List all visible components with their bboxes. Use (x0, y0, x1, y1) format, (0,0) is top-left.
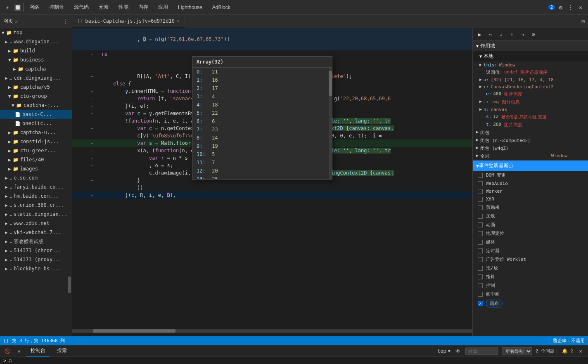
console-output[interactable]: > a ◀ (32) [21, 16, 17, 4, 18, 22, 6, 23… (0, 357, 588, 364)
closure1-arrow[interactable]: ▶ (476, 130, 479, 134)
console-tab-console[interactable]: 控制台 (26, 345, 50, 357)
local-scope-header[interactable]: ▼ 本地 (473, 51, 588, 61)
h-scrollbar[interactable] (72, 329, 472, 333)
sidebar-item-www[interactable]: ▶ ☁ www.dingxian... (0, 37, 72, 46)
elements-tab[interactable]: 元素 (95, 2, 113, 12)
sidebar-item-eso[interactable]: ▶ ☁ e.so.com (0, 173, 72, 182)
popup-scroll[interactable]: 0: 21 1: 16 2: 17 3: 4 (192, 68, 332, 179)
sidebar-item-images[interactable]: ▶ 📁 images (0, 164, 72, 173)
sidebar-item-captchaj[interactable]: ▼ 📁 captcha-j... (0, 101, 72, 110)
sidebar-item-ctugreer[interactable]: ▶ 📁 ctu-greer... (0, 146, 72, 155)
settings-icon[interactable]: ⚙ (557, 3, 565, 12)
checkbox-adauction[interactable] (478, 257, 483, 262)
n-arrow[interactable]: ▶ (479, 107, 482, 111)
checkbox-control[interactable] (478, 283, 483, 288)
sidebar-item-captcha[interactable]: ▶ 📁 captcha (0, 64, 72, 73)
checkbox-xhr[interactable] (478, 197, 483, 202)
sidebar-item-basicc[interactable]: 📄 basic-C... (0, 110, 72, 119)
deactivate-btn[interactable]: ⊘ (529, 30, 538, 39)
checkbox-dom[interactable] (478, 173, 483, 178)
close-icon[interactable]: ✕ (576, 3, 585, 12)
scope-title: 作用域 (480, 43, 495, 50)
event-header[interactable]: ▼ 事件监听器断点 (473, 161, 588, 171)
checkbox-geoloc[interactable] (478, 231, 483, 236)
tab-close-icon[interactable]: ✕ (177, 19, 180, 23)
console-tab-search[interactable]: 搜索 (53, 345, 71, 357)
level-select[interactable]: 所有级别 (502, 347, 532, 355)
context-selector[interactable]: top ▼ (437, 348, 450, 354)
sidebar-item-union360[interactable]: ▶ ☁ s.union.360.cr... (0, 201, 72, 210)
code-scroll[interactable]: - , B = n[g("72,61,6e,67,65,73")] - re -… (72, 28, 472, 336)
i-arrow[interactable]: ▶ (479, 99, 482, 104)
devtools-icon[interactable]: ⚡ (3, 3, 12, 12)
sidebar-item-captchav5[interactable]: ▶ 📁 captcha/v5 (0, 83, 72, 92)
sidebar-item-business[interactable]: ▼ 📁 business (0, 55, 72, 64)
context-dropdown-icon[interactable]: ▼ (448, 349, 450, 353)
resume-btn[interactable]: ▶ (475, 30, 484, 39)
sources-tab[interactable]: 源代码 (70, 2, 93, 12)
sidebar-item-oneclic[interactable]: 📄 oneclic... (0, 119, 72, 128)
popup-scrollbar-thumb[interactable] (329, 71, 332, 96)
checkbox-webaudio[interactable] (478, 181, 483, 186)
memory-tab[interactable]: 内存 (134, 2, 152, 12)
sidebar-item-build[interactable]: ▶ 📁 build (0, 46, 72, 55)
panel-layout-icon[interactable]: ⊞ (578, 17, 588, 26)
filter-input[interactable] (465, 347, 498, 355)
checkbox-load[interactable] (478, 214, 483, 219)
sidebar-item-cdn[interactable]: ▶ ☁ cdn.dingxiang... (0, 73, 72, 83)
sidebar-item-ykf[interactable]: ▶ ☁ ykf-webchat.7... (0, 228, 72, 237)
step-btn[interactable]: → (518, 30, 527, 39)
sidebar-item-captchau[interactable]: ▶ 📁 captcha-u... (0, 128, 72, 137)
checkbox-clipboard[interactable] (478, 205, 483, 210)
sidebar-item-files40[interactable]: ▶ 📁 files/40 (0, 155, 72, 164)
application-tab[interactable]: 应用 (154, 2, 172, 12)
performance-tab[interactable]: 性能 (114, 2, 133, 12)
lighthouse-tab[interactable]: Lighthouse (174, 3, 206, 12)
adblock-tab[interactable]: AdBlock (208, 3, 235, 12)
sidebar-item-tamper[interactable]: ▶ ☁ 篡改猴测试版 (0, 237, 72, 246)
clear-console-btn[interactable]: 🚫 (3, 347, 12, 355)
filter-icon[interactable]: ▽ (15, 347, 23, 355)
scope-retval: 返回值: undef 图片还原顺序 (473, 69, 588, 76)
more-options-icon[interactable]: ⋮ (567, 3, 575, 12)
navigator-menu-icon[interactable]: ⋮ (63, 18, 69, 25)
editor-tab[interactable]: {} basic-Captcha-js.js?v=6d972d10 ✕ (72, 15, 185, 28)
file-basicc: 📄 (15, 112, 21, 117)
checkbox-animation[interactable] (478, 222, 483, 227)
network-tab[interactable]: 网络 (25, 2, 43, 12)
step-out-btn[interactable]: ↑ (507, 30, 517, 39)
scope-header[interactable]: ▼ 作用域 (473, 41, 588, 51)
sidebar-item-ctugroup[interactable]: ▼ 📁 ctu-group (0, 92, 72, 101)
checkbox-timer[interactable] (478, 248, 483, 253)
sidebar-scrollbar[interactable] (68, 277, 71, 293)
checkbox-pip[interactable] (478, 292, 483, 297)
sidebar-item-static[interactable]: ▶ ☁ static.dingxian... (0, 210, 72, 219)
checkbox-pointer[interactable] (478, 274, 483, 279)
checkbox-worker[interactable] (478, 189, 483, 194)
step-into-btn[interactable]: ↓ (497, 30, 506, 39)
checkbox-canvas[interactable]: ✓ (478, 301, 483, 306)
device-icon[interactable]: 🔲 (13, 3, 21, 12)
console-tab[interactable]: 控制台 (45, 2, 68, 12)
checkbox-media[interactable] (478, 240, 483, 245)
sidebar-item-hmbaidu[interactable]: ▶ ☁ hm.baidu.com... (0, 191, 72, 201)
sidebar-item-fanyi[interactable]: ▶ ☁ fanyi.baidu.co... (0, 182, 72, 191)
sidebar-item-zdic[interactable]: ▶ ☁ www.zdic.net (0, 219, 72, 228)
eye-icon[interactable]: 👁 (454, 347, 462, 355)
this-arrow[interactable]: ▶ (479, 62, 482, 67)
step-over-btn[interactable]: ↷ (486, 30, 495, 39)
closure2-arrow[interactable]: ▶ (476, 137, 479, 142)
a-arrow[interactable]: ▶ (479, 77, 482, 82)
sidebar-item-514proxy[interactable]: ▶ ☁ 514373 (proxy... (0, 255, 72, 264)
c-arrow[interactable]: ▶ (479, 84, 482, 89)
global-arrow[interactable]: ▶ (476, 153, 479, 158)
h-scrollbar-thumb[interactable] (93, 329, 175, 333)
sidebar-item-blockbyte[interactable]: ▶ ☁ blockbyte-bs-... (0, 264, 72, 273)
sidebar-item-top[interactable]: ▼ 📁 top (0, 28, 72, 37)
sidebar-item-constid[interactable]: ▶ 📁 constid-js... (0, 137, 72, 146)
closure3-arrow[interactable]: ▶ (476, 145, 479, 150)
sidebar-item-514chro[interactable]: ▶ ☁ 514373 (chror... (0, 246, 72, 255)
more-pages-icon[interactable]: » (15, 19, 18, 24)
close-console-btn[interactable]: ✕ (576, 347, 585, 355)
checkbox-drag[interactable] (478, 266, 483, 271)
